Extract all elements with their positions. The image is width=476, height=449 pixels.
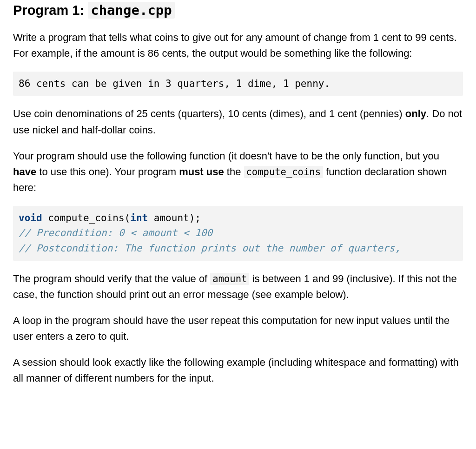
loop-paragraph: A loop in the program should have the us… (13, 313, 463, 344)
emphasis-only: only (405, 108, 426, 119)
function-requirement-paragraph: Your program should use the following fu… (13, 148, 463, 196)
function-declaration-block: void compute_coins(int amount); // Preco… (13, 206, 463, 261)
validation-paragraph: The program should verify that the value… (13, 271, 463, 303)
token-plain: compute_coins( (42, 212, 131, 224)
text-span: the (224, 166, 244, 178)
heading-prefix: Program 1: (13, 3, 88, 18)
emphasis-have: have (13, 166, 36, 178)
inline-code-compute-coins: compute_coins (244, 166, 323, 178)
text-span: The program should verify that the value… (13, 273, 210, 284)
token-keyword-int: int (130, 212, 148, 224)
token-comment-postcondition: // Postcondition: The function prints ou… (19, 243, 401, 254)
token-keyword-void: void (19, 212, 42, 224)
inline-code-amount: amount (210, 273, 249, 285)
token-comment-precondition: // Precondition: 0 < amount < 100 (19, 227, 212, 238)
heading-filename-code: change.cpp (88, 2, 175, 19)
token-plain: amount); (148, 212, 201, 224)
text-span: to use this one). Your program (36, 166, 179, 178)
intro-paragraph: Write a program that tells what coins to… (13, 30, 463, 61)
denominations-paragraph: Use coin denominations of 25 cents (quar… (13, 106, 463, 138)
section-heading: Program 1: change.cpp (13, 2, 463, 20)
emphasis-must-use: must use (179, 166, 224, 178)
text-span: Use coin denominations of 25 cents (quar… (13, 108, 405, 119)
example-output-block: 86 cents can be given in 3 quarters, 1 d… (13, 72, 463, 96)
session-paragraph: A session should look exactly like the f… (13, 355, 463, 386)
text-span: Your program should use the following fu… (13, 150, 439, 162)
